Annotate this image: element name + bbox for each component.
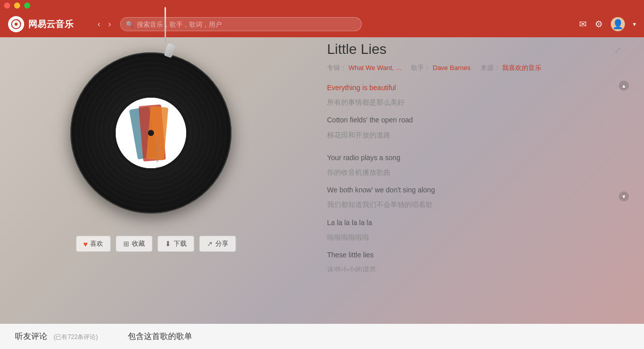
- lyric-line: La la la la la la: [327, 216, 619, 230]
- user-menu-arrow[interactable]: ▾: [633, 21, 636, 28]
- vinyl-record: DAVE BARNES · WHAT WE WANT: [70, 52, 231, 214]
- maximize-button[interactable]: [24, 3, 30, 9]
- comments-count: (已有722条评论): [53, 333, 98, 340]
- download-label: 下载: [174, 239, 187, 248]
- main-content: DAVE BARNES · WHAT WE WANT ♥ 喜欢 ⊞ 收藏 ⬇ 下…: [0, 37, 644, 324]
- lyric-line: 这些小小的谎言: [327, 262, 619, 272]
- nav-forward-button[interactable]: ›: [105, 19, 114, 30]
- share-label: 分享: [215, 239, 228, 248]
- song-title: Little Lies: [327, 41, 629, 57]
- cable: [161, 7, 169, 55]
- app-logo: [8, 16, 24, 32]
- share-icon: ↗: [207, 240, 213, 248]
- vinyl-wrapper: DAVE BARNES · WHAT WE WANT: [70, 52, 242, 224]
- search-input[interactable]: [137, 21, 356, 28]
- song-meta: 专辑： What We Want, ... 歌手： Dave Barnes 来源…: [327, 63, 629, 73]
- bottom-section: 听友评论 (已有722条评论) 包含这首歌的歌单: [0, 324, 644, 349]
- nav-back-button[interactable]: ‹: [95, 19, 103, 30]
- artist-label: 歌手：: [411, 64, 431, 72]
- collect-button[interactable]: ⊞ 收藏: [116, 236, 152, 252]
- lyric-line: 你的收音机播放歌曲: [327, 165, 619, 180]
- lyric-line: These little lies: [327, 248, 619, 262]
- minimize-button[interactable]: [14, 3, 20, 9]
- settings-icon[interactable]: ⚙: [595, 19, 603, 30]
- search-bar[interactable]: 🔍: [120, 17, 362, 31]
- comments-section-header: 听友评论 (已有722条评论): [15, 331, 98, 342]
- share-button[interactable]: ↗ 分享: [199, 236, 236, 252]
- nav-arrows: ‹ ›: [95, 19, 114, 30]
- playlist-section-header: 包含这首歌的歌单: [128, 331, 192, 342]
- like-button[interactable]: ♥ 喜欢: [76, 236, 111, 252]
- lyric-line: 啦啦啦啦啦啦: [327, 230, 619, 245]
- close-button[interactable]: [4, 3, 10, 9]
- album-link[interactable]: What We Want, ...: [349, 64, 401, 72]
- artist-link[interactable]: Dave Barnes: [433, 64, 470, 72]
- logo-area: 网易云音乐: [8, 16, 89, 32]
- mail-icon[interactable]: ✉: [579, 19, 587, 30]
- right-panel: Little Lies ⤢ 专辑： What We Want, ... 歌手： …: [312, 37, 644, 324]
- download-icon: ⬇: [165, 240, 171, 248]
- titlebar: [0, 0, 644, 11]
- source-label: 来源：: [480, 64, 500, 72]
- download-button[interactable]: ⬇ 下载: [157, 236, 194, 252]
- svg-point-1: [15, 23, 18, 26]
- controls-area: ♥ 喜欢 ⊞ 收藏 ⬇ 下载 ↗ 分享: [76, 236, 236, 252]
- album-art: DAVE BARNES · WHAT WE WANT: [116, 98, 186, 168]
- lyric-line: 我们都知道我们不会单独的唱着歌: [327, 197, 619, 212]
- fullscreen-button[interactable]: ⤢: [614, 45, 621, 55]
- left-panel: DAVE BARNES · WHAT WE WANT ♥ 喜欢 ⊞ 收藏 ⬇ 下…: [0, 37, 312, 324]
- album-label: 专辑：: [327, 64, 347, 72]
- collect-icon: ⊞: [123, 240, 129, 248]
- source-link[interactable]: 我喜欢的音乐: [502, 64, 541, 72]
- comments-title: 听友评论: [15, 332, 47, 340]
- lyric-line: Everything is beautiful: [327, 81, 619, 95]
- lyric-line: 棉花田和开放的道路: [327, 128, 619, 143]
- app-title: 网易云音乐: [28, 18, 73, 30]
- collect-label: 收藏: [132, 239, 145, 248]
- lyric-line: Your radio plays a song: [327, 151, 619, 165]
- avatar[interactable]: 👤: [611, 17, 625, 31]
- header-right: ✉ ⚙ 👤 ▾: [579, 17, 636, 31]
- lyrics-container[interactable]: Everything is beautiful 所有的事情都是那么美好 Cott…: [327, 81, 629, 272]
- lyric-line: Cotton fields' the open road: [327, 113, 619, 127]
- lyrics-section: ▲ ▼ ? Everything is beautiful 所有的事情都是那么美…: [327, 81, 629, 272]
- header: 网易云音乐 ‹ › 🔍 ✉ ⚙ 👤 ▾: [0, 11, 644, 37]
- lyric-line: 所有的事情都是那么美好: [327, 95, 619, 110]
- lyric-spacer: [327, 146, 619, 151]
- search-icon: 🔍: [126, 21, 134, 28]
- playlist-title: 包含这首歌的歌单: [128, 332, 192, 340]
- lyric-line: We both know' we don't sing along: [327, 183, 619, 197]
- like-label: 喜欢: [90, 239, 103, 248]
- heart-icon: ♥: [84, 240, 88, 248]
